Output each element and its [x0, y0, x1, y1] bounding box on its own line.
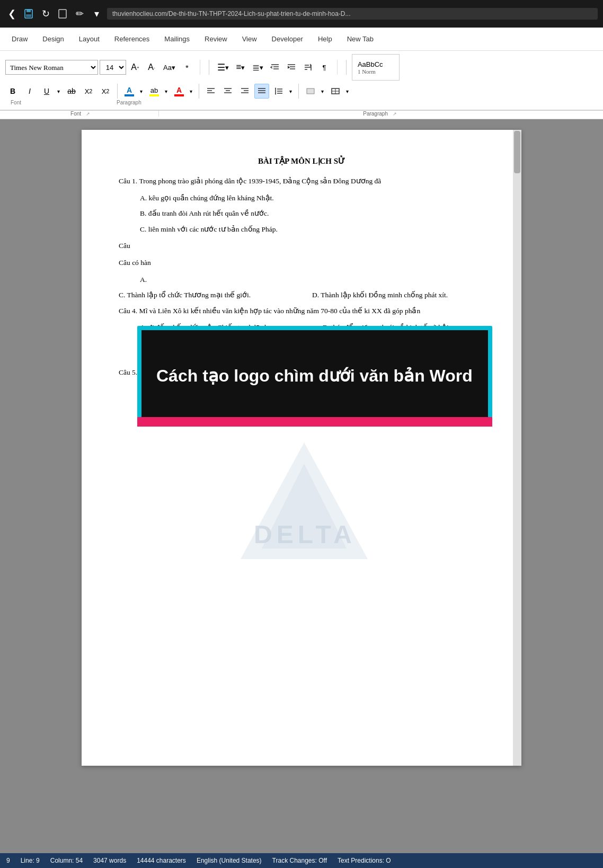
- decrease-indent-btn[interactable]: [268, 60, 282, 75]
- status-text-predictions: Text Predictions: O: [338, 857, 391, 864]
- status-characters: 14444 characters: [137, 857, 186, 864]
- q3-answer-c: C. Thành lập tổ chức Thương mại thế giới…: [119, 289, 291, 301]
- subscript-btn[interactable]: X2: [81, 84, 96, 99]
- pen-icon[interactable]: ✏: [73, 7, 86, 20]
- menu-view[interactable]: View: [236, 32, 263, 46]
- overlay-banner: Cách tạo logo chìm dưới văn bản Word: [137, 326, 492, 427]
- svg-text:DELTA: DELTA: [254, 520, 356, 548]
- multilevel-list-btn[interactable]: ≣▾: [250, 60, 266, 75]
- status-column: Column: 54: [50, 857, 83, 864]
- paragraph-group-label: Paragraph ↗: [159, 111, 598, 117]
- banner-text: Cách tạo logo chìm dưới văn bản Word: [156, 365, 473, 387]
- q1-answer-a: A. kêu gọi quần chúng đứng lên kháng Nhậ…: [119, 192, 484, 204]
- font-color-dropdown[interactable]: ▾: [137, 84, 145, 99]
- underline-dropdown[interactable]: ▾: [55, 84, 62, 99]
- align-right-btn[interactable]: [237, 84, 252, 99]
- q1-answer-c: C. liên minh với các nước tư bản chống P…: [119, 224, 484, 235]
- align-left-btn[interactable]: [203, 84, 218, 99]
- bullet-list-btn[interactable]: ☰▾: [215, 60, 232, 75]
- underline-btn[interactable]: U: [39, 84, 54, 99]
- svg-rect-2: [26, 14, 31, 17]
- menu-newtab[interactable]: New Tab: [341, 32, 380, 46]
- status-page: 9: [6, 857, 10, 864]
- styles-preview-subtext: 1 Norm: [358, 68, 394, 75]
- sort-btn[interactable]: [300, 60, 315, 75]
- q1-answer-b: B. đấu tranh đòi Anh rút hết quân về nướ…: [119, 208, 484, 219]
- ribbon-row2: B I U ▾ ab X2 X2 A ▾ ab: [5, 84, 598, 99]
- document-title: BÀI TẬP MÔN LỊCH SỬ: [119, 156, 484, 166]
- menu-help[interactable]: Help: [312, 32, 339, 46]
- ribbon-list-group: ☰▾ ≡▾ ≣▾: [215, 60, 338, 75]
- styles-preview[interactable]: AaBbCc 1 Norm: [352, 54, 400, 81]
- font-shrink-btn[interactable]: A-: [144, 60, 159, 75]
- question-1: Câu 1. Trong phong trào giải phóng dân t…: [119, 175, 484, 187]
- banner-red-accent: [137, 417, 492, 427]
- text-color-dropdown[interactable]: ▾: [187, 84, 194, 99]
- numbered-list-btn[interactable]: ≡▾: [233, 60, 248, 75]
- menu-references[interactable]: References: [108, 32, 156, 46]
- back-icon[interactable]: ❮: [5, 7, 18, 20]
- file-icon[interactable]: [56, 7, 69, 20]
- font-color-btn[interactable]: A: [122, 84, 137, 99]
- shading-btn[interactable]: [303, 84, 318, 99]
- line-spacing-btn[interactable]: [271, 84, 286, 99]
- font-family-selector[interactable]: Times New Roman: [5, 60, 98, 75]
- scrollbar-thumb[interactable]: [514, 131, 520, 173]
- ribbon-font-group: Times New Roman 14 A+ A- Aa▾ *: [5, 60, 200, 75]
- url-bar[interactable]: thuvienhoclieu.com/De-thi-thu-TN-THPT-20…: [107, 8, 598, 20]
- borders-btn[interactable]: [328, 84, 343, 99]
- shading-dropdown[interactable]: ▾: [318, 84, 326, 99]
- strikethrough-btn[interactable]: ab: [64, 84, 79, 99]
- svg-rect-3: [59, 10, 66, 18]
- q3-answer-a-partial: A.: [119, 274, 484, 286]
- svg-rect-1: [26, 10, 31, 12]
- text-color-btn[interactable]: A: [172, 84, 187, 99]
- status-words: 3047 words: [93, 857, 126, 864]
- align-center-btn[interactable]: [220, 84, 235, 99]
- document-page[interactable]: DELTA Cách tạo logo chìm dưới văn bản Wo…: [82, 130, 521, 766]
- refresh-icon[interactable]: ↻: [39, 7, 52, 20]
- top-bar: ❮ ↻ ✏ ▾ thuvienhoclieu.com/De-thi-thu-TN…: [0, 0, 603, 28]
- font-group-label: Font ↗: [5, 111, 159, 117]
- menu-mailings[interactable]: Mailings: [158, 32, 196, 46]
- borders-dropdown[interactable]: ▾: [343, 84, 351, 99]
- ribbon: Times New Roman 14 A+ A- Aa▾ * ☰▾ ≡▾: [0, 51, 603, 111]
- status-track-changes: Track Changes: Off: [272, 857, 327, 864]
- para-label: Paragraph: [117, 100, 141, 105]
- line-spacing-dropdown[interactable]: ▾: [287, 84, 294, 99]
- menu-draw[interactable]: Draw: [5, 32, 34, 46]
- font-size-selector[interactable]: 14: [100, 60, 126, 75]
- status-line: Line: 9: [21, 857, 40, 864]
- highlight-color-btn[interactable]: ab: [147, 84, 162, 99]
- increase-indent-btn[interactable]: [284, 60, 299, 75]
- document-area: DELTA Cách tạo logo chìm dưới văn bản Wo…: [0, 119, 603, 861]
- styles-preview-text: AaBbCc: [358, 60, 394, 68]
- italic-btn[interactable]: I: [22, 84, 37, 99]
- q3-answer-d: D. Thành lập khối Đồng minh chống phát x…: [312, 289, 484, 301]
- font-grow-btn[interactable]: A+: [128, 60, 143, 75]
- dropdown-icon[interactable]: ▾: [90, 7, 103, 20]
- scrollbar[interactable]: [513, 130, 521, 766]
- menu-design[interactable]: Design: [36, 32, 70, 46]
- question-2-partial: Câu: [119, 240, 484, 252]
- superscript-btn[interactable]: X2: [98, 84, 113, 99]
- question-4: Câu 4. Mĩ và Liên Xô ki kết nhiều văn ki…: [119, 305, 484, 317]
- status-bar: 9 Line: 9 Column: 54 3047 words 14444 ch…: [0, 853, 603, 868]
- menu-review[interactable]: Review: [198, 32, 234, 46]
- change-case-btn[interactable]: Aa▾: [161, 60, 178, 75]
- banner-background: Cách tạo logo chìm dưới văn bản Word: [141, 330, 488, 422]
- clear-format-btn[interactable]: *: [180, 60, 194, 75]
- highlight-dropdown[interactable]: ▾: [162, 84, 170, 99]
- show-para-btn[interactable]: ¶: [317, 60, 332, 75]
- menu-layout[interactable]: Layout: [73, 32, 106, 46]
- question-3-partial: Câu có hàn: [119, 257, 484, 269]
- svg-rect-29: [307, 88, 314, 94]
- menu-developer[interactable]: Developer: [265, 32, 309, 46]
- delta-watermark: DELTA: [225, 437, 384, 570]
- bold-btn[interactable]: B: [5, 84, 20, 99]
- align-justify-btn[interactable]: [254, 84, 269, 99]
- font-label: Font: [11, 100, 21, 105]
- save-icon[interactable]: [22, 7, 35, 20]
- menu-bar: Draw Design Layout References Mailings R…: [0, 28, 603, 51]
- status-language: English (United States): [197, 857, 262, 864]
